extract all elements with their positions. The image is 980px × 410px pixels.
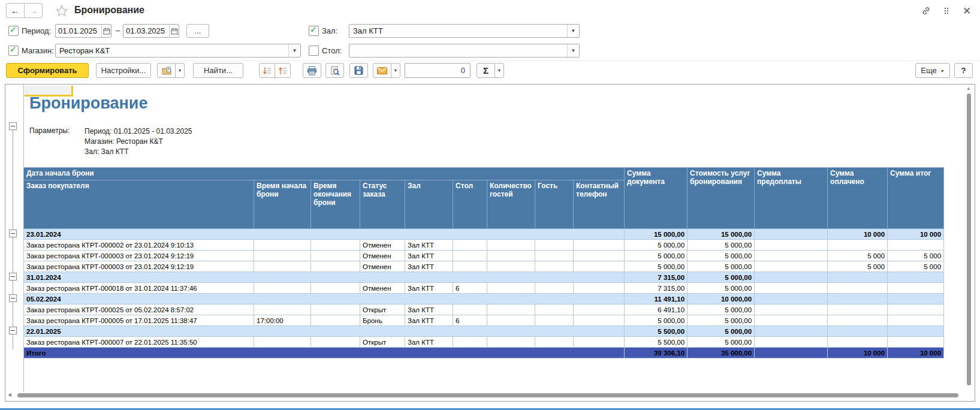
group-sum-cell[interactable]: 5 500,00 xyxy=(625,326,687,337)
column-header[interactable]: Время начала брони xyxy=(254,180,311,229)
date-cell[interactable]: 23.01.2024 xyxy=(24,229,625,240)
order-cell[interactable]: Заказ ресторана КТРТ-000018 от 31.01.202… xyxy=(24,283,254,294)
group-row[interactable]: 31.01.20247 315,005 000,00 xyxy=(24,272,944,283)
group-row[interactable]: 22.01.20255 500,005 000,00 xyxy=(24,326,944,337)
cell[interactable]: 17:00:00 xyxy=(254,315,311,326)
cell[interactable] xyxy=(535,261,574,272)
cell[interactable]: 5 000 xyxy=(888,251,944,261)
cell[interactable] xyxy=(574,337,625,348)
column-header[interactable]: Зал xyxy=(405,180,453,229)
cell[interactable] xyxy=(828,315,888,326)
cell[interactable] xyxy=(311,251,360,261)
cell[interactable] xyxy=(888,337,944,348)
group-sum-cell[interactable]: 15 000,00 xyxy=(625,229,687,240)
date-cell[interactable]: 31.01.2024 xyxy=(24,272,625,283)
cell[interactable] xyxy=(311,315,360,326)
date-cell[interactable]: 05.02.2024 xyxy=(24,294,625,305)
cell[interactable] xyxy=(574,261,625,272)
cell[interactable] xyxy=(755,251,828,261)
cell[interactable] xyxy=(487,283,535,294)
cell[interactable]: 7 315,00 xyxy=(625,283,687,294)
cell[interactable] xyxy=(254,261,311,272)
autosum-button[interactable]: Σ xyxy=(477,63,495,78)
cell[interactable] xyxy=(755,315,828,326)
link-icon[interactable] xyxy=(920,5,932,17)
total-sum-cell[interactable]: 10 000 xyxy=(888,348,944,358)
cell[interactable] xyxy=(535,315,574,326)
cell[interactable]: Отменен xyxy=(360,283,405,294)
group-sum-cell[interactable] xyxy=(888,294,944,305)
find-button[interactable]: Найти... xyxy=(193,63,243,78)
table-row[interactable]: Заказ ресторана КТРТ-000018 от 31.01.202… xyxy=(24,283,944,294)
cell[interactable]: 5 000 xyxy=(828,251,888,261)
table-input[interactable] xyxy=(349,44,567,57)
column-header[interactable]: Сумма итог xyxy=(888,168,944,229)
group-sum-cell[interactable]: 10 000 xyxy=(828,229,888,240)
collapse-group-button[interactable] xyxy=(9,273,17,281)
group-sum-cell[interactable] xyxy=(828,294,888,305)
cell[interactable]: Зал КТТ xyxy=(405,337,453,348)
cell[interactable] xyxy=(888,283,944,294)
cell[interactable]: 5 000,00 xyxy=(625,251,687,261)
order-cell[interactable]: Заказ ресторана КТРТ-000003 от 23.01.202… xyxy=(24,261,254,272)
table-row[interactable]: Заказ ресторана КТРТ-000007 от 22.01.202… xyxy=(24,337,944,348)
cell[interactable] xyxy=(311,240,360,251)
group-sum-cell[interactable]: 15 000,00 xyxy=(687,229,755,240)
more-menu-icon[interactable] xyxy=(940,5,952,17)
cell[interactable] xyxy=(574,305,625,315)
favorite-star-icon[interactable] xyxy=(55,4,68,17)
group-sum-cell[interactable]: 11 491,10 xyxy=(625,294,687,305)
cell[interactable] xyxy=(487,251,535,261)
vertical-scroll-thumb[interactable] xyxy=(967,94,971,385)
cell[interactable] xyxy=(254,283,311,294)
cell[interactable]: Отменен xyxy=(360,261,405,272)
cell[interactable] xyxy=(574,240,625,251)
preview-button[interactable] xyxy=(325,63,344,78)
cell[interactable] xyxy=(755,337,828,348)
table-row[interactable]: Заказ ресторана КТРТ-000003 от 23.01.202… xyxy=(24,251,944,261)
cell[interactable] xyxy=(828,305,888,315)
help-button[interactable]: ? xyxy=(954,63,973,78)
cell[interactable] xyxy=(453,240,487,251)
collapse-report-button[interactable] xyxy=(9,122,17,130)
cell[interactable] xyxy=(254,251,311,261)
chevron-down-icon[interactable]: ▼ xyxy=(567,44,579,57)
cell[interactable]: 5 000,00 xyxy=(687,337,755,348)
cell[interactable] xyxy=(755,305,828,315)
column-header[interactable]: Контактный телефон xyxy=(574,180,625,229)
calendar-icon[interactable] xyxy=(169,25,179,37)
cell[interactable]: 5 000,00 xyxy=(625,240,687,251)
cell[interactable] xyxy=(755,261,828,272)
column-header[interactable]: Гость xyxy=(535,180,574,229)
cell[interactable] xyxy=(755,283,828,294)
report-variants-button[interactable] xyxy=(157,63,176,78)
cell[interactable] xyxy=(311,337,360,348)
cell[interactable]: Открыт xyxy=(360,305,405,315)
order-cell[interactable]: Заказ ресторана КТРТ-000007 от 22.01.202… xyxy=(24,337,254,348)
order-cell[interactable]: Заказ ресторана КТРТ-000025 от 05.02.202… xyxy=(24,305,254,315)
cell[interactable]: 6 xyxy=(453,283,487,294)
cell[interactable]: Зал КТТ xyxy=(405,261,453,272)
group-sum-cell[interactable]: 5 000,00 xyxy=(687,326,755,337)
group-sum-cell[interactable] xyxy=(755,272,828,283)
group-sum-cell[interactable] xyxy=(828,272,888,283)
group-sum-cell[interactable] xyxy=(755,326,828,337)
table-row[interactable]: Заказ ресторана КТРТ-000005 от 17.01.202… xyxy=(24,315,944,326)
cell[interactable] xyxy=(254,305,311,315)
column-header[interactable]: Стоимость услуг бронирования xyxy=(687,168,755,229)
total-label-cell[interactable]: Итого xyxy=(24,348,625,358)
group-row[interactable]: 05.02.202411 491,1010 000,00 xyxy=(24,294,944,305)
total-sum-cell[interactable] xyxy=(755,348,828,358)
cell[interactable] xyxy=(535,305,574,315)
group-sum-cell[interactable] xyxy=(888,326,944,337)
cell[interactable] xyxy=(535,283,574,294)
cell[interactable] xyxy=(574,251,625,261)
save-button[interactable] xyxy=(349,63,368,78)
horizontal-scrollbar[interactable]: ◀ xyxy=(8,391,962,399)
cell[interactable]: 6 xyxy=(453,315,487,326)
total-row[interactable]: Итого39 306,1035 000,0010 00010 000 xyxy=(24,348,944,358)
cell[interactable]: Зал КТТ xyxy=(405,240,453,251)
cell[interactable] xyxy=(311,261,360,272)
cell[interactable]: 5 000,00 xyxy=(625,261,687,272)
cell[interactable]: 5 000 xyxy=(888,261,944,272)
